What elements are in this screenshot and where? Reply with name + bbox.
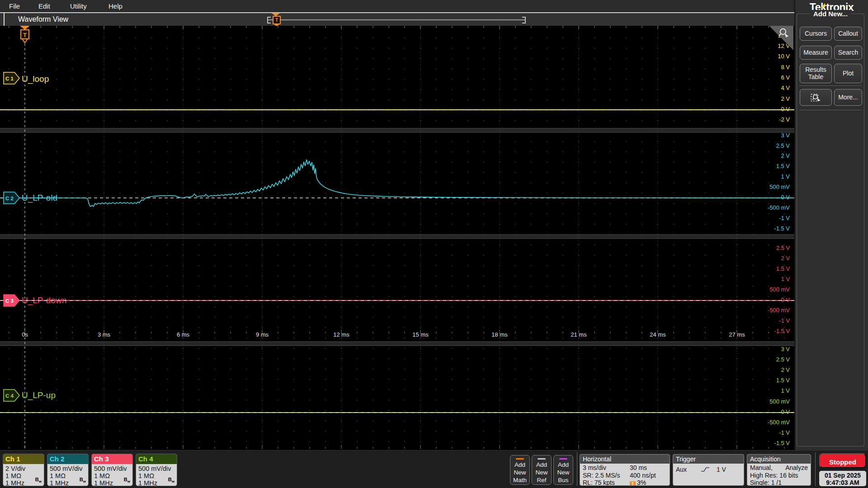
channel-2-label: Ch 2	[47, 454, 88, 464]
add-new-bus-button[interactable]: AddNewBus	[553, 455, 573, 485]
horizontal-title: Horizontal	[580, 455, 670, 464]
time-axis-label: 18 ms	[491, 331, 508, 338]
y-axis-label-ch2: 500 mV	[769, 183, 790, 190]
y-axis-label-ch1: 0 V	[781, 106, 790, 113]
ruler-trigger-marker[interactable]: T	[273, 16, 281, 24]
y-axis-label-ch3: 2 V	[781, 255, 790, 262]
trigger-panel[interactable]: Trigger Aux 1 V	[673, 454, 744, 486]
y-axis-label-ch3: 1.5 V	[776, 265, 790, 272]
y-axis-label-ch1: -2 V	[779, 116, 790, 123]
slice-gap	[0, 235, 794, 239]
channel-4-label: Ch 4	[136, 454, 177, 464]
callout-button[interactable]: Callout	[834, 27, 862, 41]
bandwidth-limit-icon: Bw	[124, 476, 130, 485]
menu-help[interactable]: Help	[108, 0, 123, 12]
y-axis-label-ch3: 1 V	[781, 276, 790, 282]
time-axis-label: 3 ms	[98, 331, 111, 338]
channel-badge-label-ch1: C 1	[5, 76, 14, 81]
y-axis-label-ch2: 1.5 V	[776, 163, 790, 169]
y-axis-label-ch3: -500 mV	[768, 307, 790, 314]
time-axis-label: 24 ms	[650, 331, 666, 338]
y-axis-label-ch2: -1.5 V	[774, 225, 790, 232]
y-axis-label-ch4: 0 V	[781, 408, 790, 415]
more-button[interactable]: More...	[834, 89, 862, 106]
menu-utility[interactable]: Utility	[70, 0, 87, 12]
horizontal-resolution: 400 ns/pt	[630, 472, 656, 479]
plot-button[interactable]: Plot	[834, 64, 862, 83]
menu-edit[interactable]: Edit	[38, 0, 50, 12]
acquisition-analyze: Analyze	[785, 464, 808, 472]
results-table-button[interactable]: Results Table	[800, 64, 832, 83]
y-axis-label-ch4: 1.5 V	[776, 377, 790, 384]
bandwidth-limit-icon: Bw	[168, 476, 175, 485]
time-axis-label: 27 ms	[729, 331, 745, 338]
y-axis-label-ch1: 8 V	[781, 64, 790, 70]
acquisition-resolution: High Res: 16 bits	[750, 472, 808, 479]
search-button[interactable]: Search	[834, 46, 862, 60]
channel-badge-label-ch3: C 3	[5, 298, 14, 304]
y-axis-label-ch4: 2 V	[781, 366, 790, 373]
time-axis-label: 9 ms	[256, 331, 269, 338]
horizontal-position-ruler[interactable]	[268, 19, 526, 20]
channel-4-badge[interactable]: Ch 4 500 mV/div 1 MΩ 1 MHz Bw	[136, 454, 177, 486]
y-axis-label-ch4: 500 mV	[769, 398, 790, 405]
channel-name-ch1[interactable]: U_loop	[22, 74, 49, 84]
channel-3-badge[interactable]: Ch 3 500 mV/div 1 MΩ 1 MHz Bw	[91, 454, 133, 486]
time-axis-label: 6 ms	[177, 331, 190, 338]
run-stop-status-button[interactable]: Stopped	[819, 453, 866, 468]
y-axis-label-ch4: -1.5 V	[774, 440, 790, 446]
y-axis-label-ch4: -1 V	[779, 429, 790, 436]
group-divider	[799, 85, 862, 86]
zoom-select-icon	[810, 92, 822, 103]
grid-dots	[0, 346, 794, 449]
add-new-ref-button[interactable]: AddNewRef	[532, 455, 552, 485]
horizontal-position: 3%	[637, 479, 646, 486]
time-text: 9:47:03 AM	[819, 479, 866, 486]
acquisition-single: Single: 1 /1	[750, 479, 808, 486]
datetime-display: 01 Sep 2025 9:47:03 AM	[819, 471, 866, 486]
menu-file[interactable]: File	[9, 0, 20, 12]
y-axis-label-ch2: 2 V	[781, 152, 790, 159]
math-stripe	[516, 458, 524, 460]
channel-4-scale: 500 mV/div	[138, 465, 177, 472]
channel-1-badge[interactable]: Ch 1 2 V/div 1 MΩ 1 MHz Bw	[3, 454, 44, 486]
y-axis-label-ch1: 2 V	[781, 95, 790, 102]
grid-dots	[0, 132, 794, 235]
channel-2-scale: 500 mV/div	[50, 465, 88, 472]
measure-button[interactable]: Measure	[800, 46, 832, 60]
y-axis-label-ch4: 3 V	[781, 346, 790, 352]
trigger-source: Aux	[676, 466, 687, 473]
bottom-separator	[577, 452, 577, 486]
bottom-bar: Ch 1 2 V/div 1 MΩ 1 MHz Bw Ch 2 500 mV/d…	[0, 450, 868, 488]
ruler-left-bracket	[267, 17, 271, 18]
cursors-button[interactable]: Cursors	[800, 27, 832, 41]
right-panel: Tektronix Add New... Cursors Callout Mea…	[794, 0, 868, 450]
y-axis-label-ch2: -1 V	[779, 215, 790, 221]
oscilloscope-app: File Edit Utility Help Waveform View T U…	[0, 0, 868, 488]
ruler-right-bracket	[522, 17, 526, 18]
ruler-right-bracket	[522, 23, 526, 23]
waveform-view-title: Waveform View	[18, 13, 68, 26]
bandwidth-limit-icon: Bw	[80, 476, 86, 485]
y-axis-label-ch4: -500 mV	[768, 419, 790, 426]
scope-canvas[interactable]: U_loop14 V12 V10 V8 V6 V4 V2 V0 V-2 VU_L…	[0, 26, 794, 449]
channel-name-ch4[interactable]: U_LP-up	[22, 390, 56, 400]
y-axis-label-ch3: 500 mV	[769, 286, 790, 293]
channel-2-badge[interactable]: Ch 2 500 mV/div 1 MΩ 1 MHz Bw	[47, 454, 89, 486]
waveform-grid[interactable]: U_loop14 V12 V10 V8 V6 V4 V2 V0 V-2 VU_L…	[0, 26, 794, 449]
horizontal-record-length: RL: 75 kpts	[583, 479, 630, 486]
add-new-math-button[interactable]: AddNewMath	[510, 455, 530, 485]
trigger-level: 1 V	[717, 466, 726, 473]
y-axis-label-ch1: 10 V	[778, 53, 790, 60]
horizontal-panel[interactable]: Horizontal 3 ms/div30 ms SR: 2.5 MS/s400…	[580, 454, 670, 486]
y-axis-label-ch2: 3 V	[781, 132, 790, 139]
zoom-select-button[interactable]	[800, 89, 832, 106]
time-axis-label: 12 ms	[333, 331, 349, 338]
slice-gap	[0, 128, 794, 132]
acquisition-panel[interactable]: Acquisition Manual,Analyze High Res: 16 …	[747, 454, 811, 486]
y-axis-label-ch2: 0 V	[781, 194, 790, 201]
menu-bar: File Edit Utility Help	[0, 0, 794, 12]
channel-1-label: Ch 1	[3, 454, 44, 464]
channel-1-scale: 2 V/div	[5, 465, 44, 472]
add-new-heading: Add New...	[810, 10, 851, 18]
